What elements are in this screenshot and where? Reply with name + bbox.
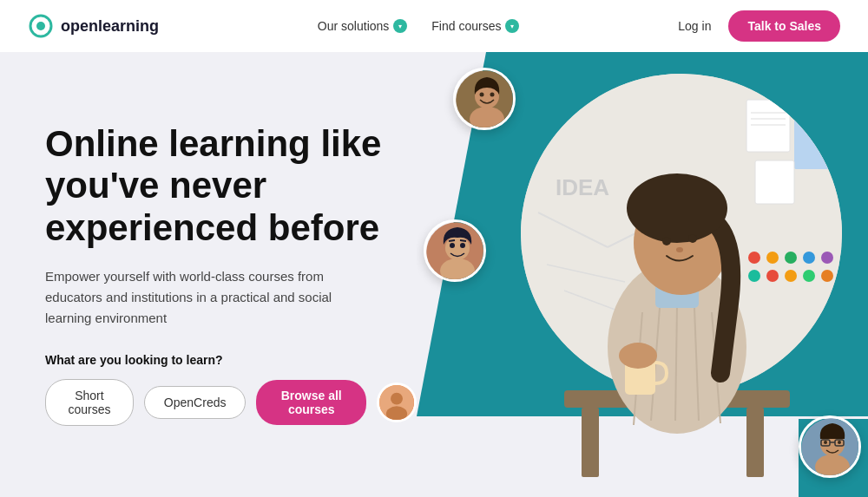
logo[interactable]: openlearning xyxy=(28,13,159,39)
svg-line-43 xyxy=(449,240,455,241)
login-button[interactable]: Log in xyxy=(678,19,711,33)
svg-point-53 xyxy=(824,441,827,444)
svg-point-54 xyxy=(838,441,841,444)
svg-point-46 xyxy=(460,243,465,248)
find-courses-nav[interactable]: Find courses ▾ xyxy=(431,19,519,33)
dot-10 xyxy=(821,270,833,282)
solutions-chevron-icon: ▾ xyxy=(393,19,407,33)
svg-point-45 xyxy=(450,243,455,248)
dot-7 xyxy=(766,270,779,282)
find-courses-chevron-icon: ▾ xyxy=(505,19,519,33)
hero-section: Online learning like you've never experi… xyxy=(0,52,868,497)
dot-9 xyxy=(803,270,815,282)
dot-6 xyxy=(748,270,760,282)
svg-point-28 xyxy=(627,173,727,243)
cta-buttons: Short courses OpenCreds Browse all cours… xyxy=(45,379,417,426)
svg-point-34 xyxy=(619,343,657,369)
svg-rect-19 xyxy=(746,408,764,477)
svg-point-31 xyxy=(676,247,683,252)
hero-right: IDEA xyxy=(417,52,868,497)
dot-8 xyxy=(785,270,797,282)
dot-3 xyxy=(785,252,797,264)
talk-to-sales-button[interactable]: Talk to Sales xyxy=(728,10,840,42)
svg-rect-18 xyxy=(582,408,599,477)
dot-5 xyxy=(821,252,833,264)
person-svg xyxy=(538,95,816,494)
svg-point-29 xyxy=(662,237,671,245)
svg-point-39 xyxy=(490,93,495,97)
svg-point-30 xyxy=(688,234,697,243)
pushpin-dots xyxy=(748,252,833,282)
svg-point-3 xyxy=(391,393,403,405)
our-solutions-nav[interactable]: Our solutions ▾ xyxy=(318,19,407,33)
find-courses-label: Find courses xyxy=(431,19,501,33)
svg-point-1 xyxy=(36,22,45,30)
opencreds-button[interactable]: OpenCreds xyxy=(144,386,247,419)
avatar-cta xyxy=(377,383,417,422)
hero-headline: Online learning like you've never experi… xyxy=(45,123,417,249)
svg-point-4 xyxy=(386,406,407,421)
cta-question: What are you looking to learn? xyxy=(45,353,417,367)
avatar-cta-image xyxy=(379,383,414,422)
navbar: openlearning Our solutions ▾ Find course… xyxy=(0,0,868,52)
nav-right: Log in Talk to Sales xyxy=(678,10,840,42)
floating-avatar-bottom-right xyxy=(799,415,861,478)
main-person-image xyxy=(538,95,816,494)
hero-left: Online learning like you've never experi… xyxy=(0,52,417,497)
svg-point-38 xyxy=(480,93,484,97)
svg-line-44 xyxy=(460,240,466,241)
floating-avatar-mid xyxy=(424,219,486,282)
logo-text: openlearning xyxy=(61,17,159,36)
dot-2 xyxy=(766,252,779,264)
dot-1 xyxy=(748,252,760,264)
short-courses-button[interactable]: Short courses xyxy=(45,379,134,426)
browse-all-courses-button[interactable]: Browse all courses xyxy=(256,380,366,425)
solutions-label: Our solutions xyxy=(318,19,389,33)
nav-center: Our solutions ▾ Find courses ▾ xyxy=(318,19,520,33)
logo-icon xyxy=(28,13,54,39)
dot-4 xyxy=(803,252,815,264)
hero-subtext: Empower yourself with world-class course… xyxy=(45,266,358,329)
floating-avatar-top xyxy=(453,68,516,130)
